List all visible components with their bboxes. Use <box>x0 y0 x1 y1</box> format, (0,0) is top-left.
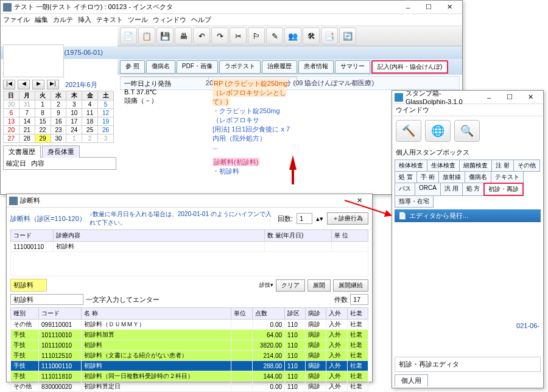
stamp-tab[interactable]: 処 置 <box>395 171 417 183</box>
calendar-day[interactable]: 4 <box>82 100 98 109</box>
stamp-max-button[interactable] <box>499 91 520 103</box>
search-icon[interactable]: 🔍 <box>454 120 480 142</box>
cal-next-button[interactable]: ▶ <box>32 80 44 89</box>
stamp-tab[interactable]: 初診・再診 <box>483 183 524 196</box>
calendar-day[interactable]: 17 <box>66 117 82 126</box>
stamp-tab[interactable]: ORCA <box>415 183 441 196</box>
stamp-tab[interactable]: 細菌検査 <box>459 159 492 172</box>
calendar-day[interactable]: 16 <box>51 117 66 126</box>
selected-row[interactable]: 111000110 初診料 <box>11 242 368 252</box>
stamp-tab[interactable]: 検体検査 <box>395 159 427 172</box>
tab-doc-history[interactable]: 文書履歴 <box>3 145 41 158</box>
menu-item[interactable]: 挿入 <box>78 16 91 23</box>
history-icon[interactable]: 🏳 <box>248 27 265 44</box>
stamp-tab[interactable]: 手 術 <box>416 171 439 183</box>
result-row[interactable]: 手技101110010初診料加算64.00110病診入外社老 <box>11 330 368 340</box>
maximize-button[interactable] <box>418 1 439 13</box>
cal-last-button[interactable]: ▶| <box>47 80 59 89</box>
cal-first-button[interactable]: |◀ <box>3 80 15 89</box>
stamp-close-button[interactable] <box>520 91 541 103</box>
result-row[interactable]: 手技111012510初診料（文書による紹介がない患者）214.00110病診入… <box>11 351 368 361</box>
result-row[interactable]: その他099110001初診料（ＤＵＭＭＹ）0.00110病診入外社老 <box>11 320 368 330</box>
calendar-day[interactable]: 22 <box>35 126 51 135</box>
menu-item[interactable]: カルテ <box>53 16 73 23</box>
print-icon[interactable]: 🖶 <box>175 27 192 44</box>
menu-item[interactable]: ウィンドウ <box>153 16 186 23</box>
calendar-day[interactable]: 3 <box>98 135 114 143</box>
calendar-day[interactable]: 19 <box>98 117 114 126</box>
calendar-day[interactable]: 30 <box>4 100 19 109</box>
stamp-tab[interactable]: テキスト <box>491 171 524 183</box>
calendar-day[interactable]: 29 <box>35 135 51 143</box>
stamp-tab[interactable]: 生体検査 <box>427 159 460 172</box>
karte-tab[interactable]: 参 照 <box>120 60 145 74</box>
soap-right[interactable]: RP (クラビット錠250mg（レボフロキサシンとして）) ・クラビット錠250… <box>209 77 297 82</box>
next-icon[interactable]: 📑 <box>321 27 338 44</box>
stamp-tab[interactable]: 指導・在宅 <box>395 195 434 208</box>
search-input[interactable] <box>10 294 83 305</box>
schema-icon[interactable]: ✎ <box>266 27 283 44</box>
calendar-day[interactable]: 6 <box>4 109 19 117</box>
footer-tab-personal[interactable]: 個人用 <box>395 374 428 387</box>
result-row[interactable]: 手技111011810初診料（同一日複数科受診時の２科目）144.00110病診… <box>11 371 368 382</box>
apply-icon[interactable]: 📋 <box>138 27 155 44</box>
cut-icon[interactable]: ✂ <box>230 27 247 44</box>
calendar-day[interactable]: 28 <box>19 135 35 143</box>
calendar-day[interactable]: 2 <box>82 135 98 143</box>
menu-item[interactable]: テキスト <box>96 16 123 23</box>
sync-icon[interactable]: 🔄 <box>339 27 356 44</box>
calendar-day[interactable]: 1 <box>35 100 51 109</box>
karte-tab[interactable]: 記入(内科・協会けんぽ) <box>371 60 449 74</box>
add-act-button[interactable]: ＋診療行為 <box>327 212 368 225</box>
menu-item[interactable]: ヘルプ <box>191 16 211 23</box>
calendar-day[interactable]: 26 <box>98 126 114 135</box>
calendar-day[interactable]: 27 <box>4 135 19 143</box>
stamp-window-menu[interactable]: ウインドウ <box>396 106 429 113</box>
soap-left[interactable]: 一昨日より発熱B.T 37.8℃頭痛（－） <box>121 77 209 82</box>
stamp-item-editor[interactable]: 📄 エディタから発行... <box>395 209 541 222</box>
menu-item[interactable]: 編集 <box>35 16 48 23</box>
hammer-icon[interactable]: 🔨 <box>396 120 421 142</box>
karte-tab[interactable]: PDF・画像 <box>177 60 218 74</box>
karte-tab[interactable]: 傷病名 <box>146 60 175 74</box>
result-row[interactable]: 手技111000110初診料288.00110病診入外社老 <box>11 361 368 371</box>
karte-tab[interactable]: ラボテスト <box>219 60 261 74</box>
filter-icon[interactable]: 診技▾ <box>259 281 273 289</box>
tab-height-weight[interactable]: 身長体重 <box>42 145 80 158</box>
new-icon[interactable]: 📄 <box>120 27 137 44</box>
stamp-tab[interactable]: その他 <box>513 159 540 172</box>
expand-cont-button[interactable]: 展開継続 <box>333 279 368 292</box>
karte-tab[interactable]: 治療履歴 <box>262 60 297 74</box>
calendar-day[interactable]: 20 <box>4 126 19 135</box>
calendar-day[interactable]: 5 <box>98 100 114 109</box>
stamp-tab[interactable]: 処 方 <box>462 183 485 196</box>
minimize-button[interactable] <box>398 1 418 13</box>
karte-tab[interactable]: 患者情報 <box>298 60 334 74</box>
cal-prev-button[interactable]: ◀ <box>18 80 30 89</box>
tool-icon[interactable]: 🛠 <box>303 27 320 44</box>
calendar-day[interactable]: 21 <box>19 126 35 135</box>
calendar-day[interactable]: 13 <box>4 117 19 126</box>
redo-icon[interactable]: ↷ <box>211 27 228 44</box>
count-input[interactable] <box>297 213 312 224</box>
calendar-day[interactable]: 14 <box>19 117 35 126</box>
calendar-day[interactable]: 23 <box>51 126 66 135</box>
calendar-day[interactable]: 12 <box>98 109 114 117</box>
calendar-day[interactable]: 9 <box>51 109 66 117</box>
calendar-day[interactable]: 8 <box>35 109 51 117</box>
calendar[interactable]: 日月火水木金土303112345678910111213141516171819… <box>3 91 114 143</box>
results-table[interactable]: 種別コード名 称単位点数診区病診入外社老その他099110001初診料（ＤＵＭＭ… <box>10 307 368 392</box>
result-row[interactable]: その他830000020初診料算定日0.00110病診入外社老 <box>11 382 368 392</box>
stamp-tab[interactable]: 放射線 <box>438 171 465 183</box>
undo-icon[interactable]: ↶ <box>193 27 210 44</box>
calendar-day[interactable]: 11 <box>82 109 98 117</box>
clear-button[interactable]: クリア <box>276 279 305 292</box>
stamp-tab[interactable]: パス <box>395 183 415 196</box>
karte-tab[interactable]: サマリー <box>335 60 370 74</box>
people-icon[interactable]: 👥 <box>284 27 301 44</box>
calendar-day[interactable]: 2 <box>51 100 66 109</box>
result-row[interactable]: 手技101110010初診料3820.00110病診入外社老 <box>11 340 368 351</box>
calendar-day[interactable]: 3 <box>66 100 82 109</box>
calendar-day[interactable]: 24 <box>66 126 82 135</box>
spinner-icon[interactable]: ▴▾ <box>316 215 323 223</box>
